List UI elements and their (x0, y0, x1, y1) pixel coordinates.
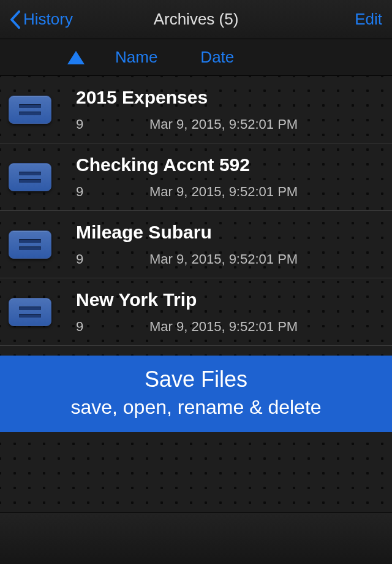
archive-title: 2015 Expenses (76, 87, 382, 108)
sort-by-name[interactable]: Name (115, 48, 157, 67)
archive-row[interactable]: Checking Accnt 5929Mar 9, 2015, 9:52:01 … (0, 143, 392, 211)
navbar: History Archives (5) Edit (0, 0, 392, 39)
archive-list: 2015 Expenses9Mar 9, 2015, 9:52:01 PMChe… (0, 76, 392, 513)
tape-icon (9, 298, 51, 326)
chevron-left-icon (10, 10, 21, 29)
overlay-subtitle: save, open, rename & delete (70, 396, 321, 419)
archive-meta: 9Mar 9, 2015, 9:52:01 PM (76, 116, 382, 132)
archive-row-content: Checking Accnt 5929Mar 9, 2015, 9:52:01 … (76, 154, 382, 200)
archive-count: 9 (76, 251, 149, 267)
tape-icon (9, 231, 51, 259)
archive-date: Mar 9, 2015, 9:52:01 PM (149, 251, 382, 267)
screen: History Archives (5) Edit Name Date 2015… (0, 0, 392, 564)
tape-icon (9, 163, 51, 191)
archive-row[interactable]: Mileage Subaru9Mar 9, 2015, 9:52:01 PM (0, 211, 392, 278)
tape-icon (9, 96, 51, 124)
info-overlay: Save Files save, open, rename & delete (0, 356, 392, 432)
archive-date: Mar 9, 2015, 9:52:01 PM (149, 116, 382, 132)
archive-row-content: 2015 Expenses9Mar 9, 2015, 9:52:01 PM (76, 87, 382, 132)
archive-title: Checking Accnt 592 (76, 154, 382, 175)
archive-meta: 9Mar 9, 2015, 9:52:01 PM (76, 319, 382, 335)
back-button[interactable]: History (10, 10, 73, 29)
archive-title: New York Trip (76, 289, 382, 310)
archive-meta: 9Mar 9, 2015, 9:52:01 PM (76, 251, 382, 267)
archive-count: 9 (76, 184, 149, 200)
back-label: History (23, 10, 73, 29)
archive-meta: 9Mar 9, 2015, 9:52:01 PM (76, 184, 382, 200)
sort-direction-icon[interactable] (67, 51, 85, 64)
archive-row-content: Mileage Subaru9Mar 9, 2015, 9:52:01 PM (76, 222, 382, 267)
archive-row[interactable]: 2015 Expenses9Mar 9, 2015, 9:52:01 PM (0, 76, 392, 143)
toolbar-footer (0, 513, 392, 564)
archive-date: Mar 9, 2015, 9:52:01 PM (149, 319, 382, 335)
archive-row[interactable]: New York Trip9Mar 9, 2015, 9:52:01 PM (0, 278, 392, 346)
sort-bar: Name Date (0, 39, 392, 76)
archive-count: 9 (76, 319, 149, 335)
archive-row-content: New York Trip9Mar 9, 2015, 9:52:01 PM (76, 289, 382, 335)
archive-title: Mileage Subaru (76, 222, 382, 243)
archive-count: 9 (76, 116, 149, 132)
sort-by-date[interactable]: Date (200, 48, 234, 67)
overlay-title: Save Files (145, 367, 247, 392)
page-title: Archives (5) (154, 10, 239, 29)
edit-button[interactable]: Edit (355, 10, 382, 29)
archive-date: Mar 9, 2015, 9:52:01 PM (149, 184, 382, 200)
